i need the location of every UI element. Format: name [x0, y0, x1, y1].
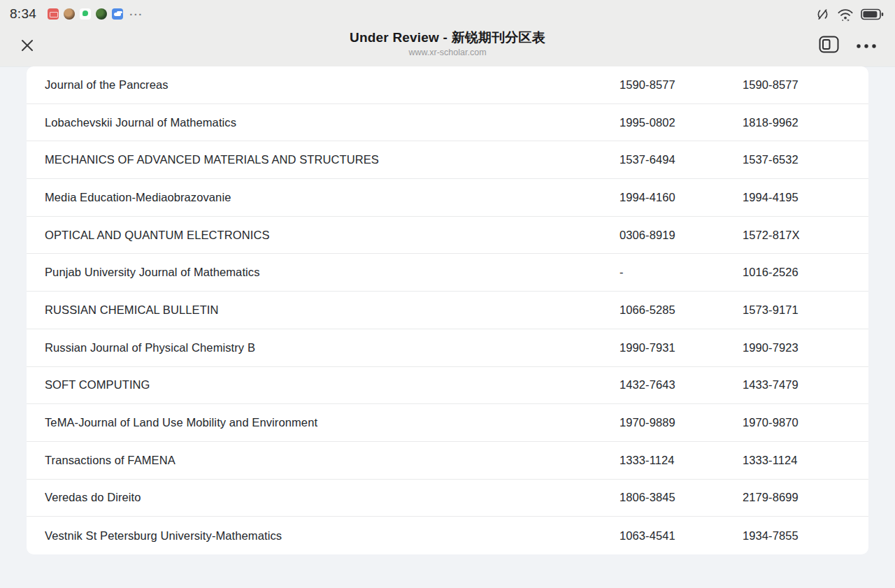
wifi-icon: [837, 7, 854, 22]
journal-name: RUSSIAN CHEMICAL BULLETIN: [45, 303, 620, 317]
journal-name: Veredas do Direito: [45, 491, 620, 504]
screen: 8:34 ···: [0, 0, 895, 588]
issn-print: 1063-4541: [620, 529, 743, 543]
journal-name: OPTICAL AND QUANTUM ELECTRONICS: [45, 229, 620, 242]
table-row: Journal of the Pancreas 1590-8577 1590-8…: [27, 66, 868, 104]
journal-table-rows: Journal of the Pancreas 1590-8577 1590-8…: [27, 66, 868, 554]
status-time: 8:34: [10, 6, 36, 22]
mute-icon: [815, 7, 830, 22]
issn-online: 1934-7855: [743, 529, 868, 543]
journal-name: MECHANICS OF ADVANCED MATERIALS AND STRU…: [45, 153, 620, 166]
red-app-icon: [48, 8, 59, 20]
close-icon: [20, 38, 35, 55]
issn-online: 1818-9962: [743, 116, 868, 129]
issn-print: 1432-7643: [620, 378, 743, 392]
table-row: Media Education-Mediaobrazovanie 1994-41…: [27, 179, 868, 217]
issn-online: 1573-9171: [743, 303, 868, 317]
issn-print: 1806-3845: [620, 491, 743, 504]
issn-online: 1333-1124: [743, 454, 868, 467]
page-url: www.xr-scholar.com: [140, 47, 755, 59]
journal-name: Lobachevskii Journal of Mathematics: [45, 116, 620, 129]
table-row: RUSSIAN CHEMICAL BULLETIN 1066-5285 1573…: [27, 292, 868, 329]
journal-name: SOFT COMPUTING: [45, 378, 620, 392]
journal-name: Punjab University Journal of Mathematics: [45, 266, 620, 279]
issn-online: 1590-8577: [743, 78, 868, 92]
nav-actions: [817, 34, 878, 57]
table-row: Veredas do Direito 1806-3845 2179-8699: [27, 480, 868, 517]
table-row: Vestnik St Petersburg University-Mathema…: [27, 517, 868, 554]
issn-online: 1433-7479: [743, 378, 868, 392]
issn-online: 1990-7923: [743, 341, 868, 354]
browser-chrome: 8:34 ···: [0, 0, 895, 66]
issn-online: 1537-6532: [743, 153, 868, 166]
status-overflow-dots: ···: [129, 8, 143, 20]
status-bar: 8:34 ···: [0, 0, 895, 25]
issn-print: 1066-5285: [620, 303, 743, 317]
status-left: 8:34 ···: [10, 6, 143, 22]
multi-window-button[interactable]: [817, 34, 840, 57]
table-row: SOFT COMPUTING 1432-7643 1433-7479: [27, 367, 868, 405]
issn-online: 1970-9870: [743, 416, 868, 429]
issn-online: 1016-2526: [743, 266, 868, 279]
table-row: MECHANICS OF ADVANCED MATERIALS AND STRU…: [27, 141, 868, 179]
close-button[interactable]: [15, 34, 39, 58]
issn-print: 1990-7931: [620, 341, 743, 354]
table-row: OPTICAL AND QUANTUM ELECTRONICS 0306-891…: [27, 217, 868, 254]
issn-print: 1995-0802: [620, 116, 743, 129]
battery-icon: [861, 8, 884, 20]
issn-online: 2179-8699: [743, 491, 868, 504]
issn-print: 1970-9889: [620, 416, 743, 429]
table-row: Lobachevskii Journal of Mathematics 1995…: [27, 104, 868, 142]
journal-name: Journal of the Pancreas: [45, 78, 620, 92]
issn-print: 1590-8577: [620, 78, 743, 92]
journal-name: TeMA-Journal of Land Use Mobility and En…: [45, 416, 620, 429]
issn-online: 1572-817X: [743, 229, 868, 242]
table-row: Russian Journal of Physical Chemistry B …: [27, 329, 868, 367]
journal-name: Media Education-Mediaobrazovanie: [45, 191, 620, 204]
table-row: TeMA-Journal of Land Use Mobility and En…: [27, 404, 868, 442]
journal-name: Transactions of FAMENA: [45, 454, 620, 467]
issn-print: 1333-1124: [620, 454, 743, 467]
journal-name: Russian Journal of Physical Chemistry B: [45, 341, 620, 354]
journal-table: Journal of the Pancreas 1590-8577 1590-8…: [27, 66, 868, 554]
status-right: [815, 7, 884, 22]
table-row: Transactions of FAMENA 1333-1124 1333-11…: [27, 442, 868, 480]
issn-print: -: [620, 266, 743, 279]
nav-bar: Under Review - 新锐期刊分区表 www.xr-scholar.co…: [0, 25, 895, 66]
more-ellipsis-icon: [856, 41, 877, 51]
nav-title-block: Under Review - 新锐期刊分区表 www.xr-scholar.co…: [140, 28, 755, 59]
issn-print: 0306-8919: [620, 229, 743, 242]
journal-name: Vestnik St Petersburg University-Mathema…: [45, 529, 620, 543]
multi-window-icon: [819, 36, 839, 55]
table-row: Punjab University Journal of Mathematics…: [27, 254, 868, 292]
weather-app-icon: [112, 8, 123, 20]
video-app-icon: [80, 8, 91, 20]
issn-print: 1537-6494: [620, 153, 743, 166]
avatar-app-icon: [64, 8, 75, 20]
more-button[interactable]: [854, 39, 878, 52]
globe-app-icon: [96, 8, 107, 20]
page-title: Under Review - 新锐期刊分区表: [140, 28, 755, 47]
issn-online: 1994-4195: [743, 191, 868, 204]
issn-print: 1994-4160: [620, 191, 743, 204]
